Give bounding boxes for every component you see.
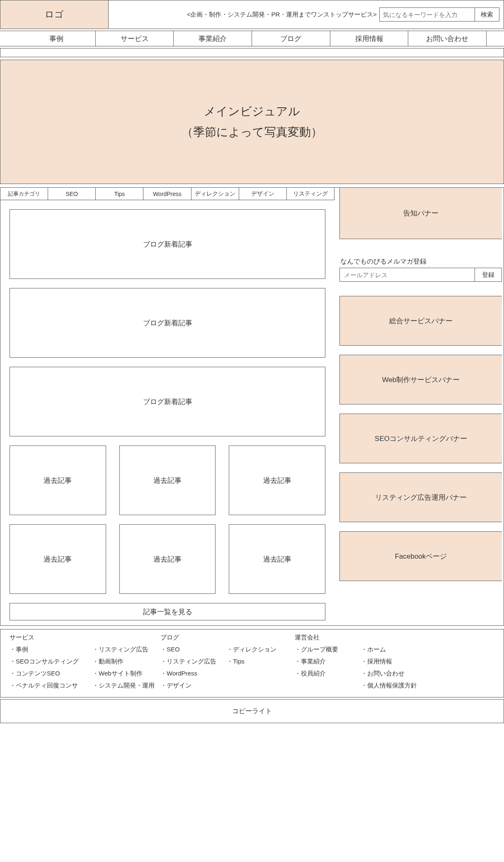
- footer-link[interactable]: ・採用情報: [361, 658, 427, 666]
- global-nav: 事例 サービス 事業紹介 ブログ 採用情報 お問い合わせ: [0, 31, 504, 46]
- new-article-3[interactable]: ブログ新着記事: [10, 367, 325, 436]
- category-label: 記事カテゴリ: [0, 188, 48, 200]
- logo[interactable]: ロゴ: [0, 0, 109, 29]
- mv-line1: メインビジュアル: [204, 101, 300, 122]
- gnav-item-case[interactable]: 事例: [17, 31, 96, 46]
- footer-link[interactable]: ・事業紹介: [295, 658, 361, 666]
- cat-tab-tips[interactable]: Tips: [96, 188, 143, 200]
- copyright: コピーライト: [0, 699, 504, 723]
- past-article-3[interactable]: 過去記事: [229, 446, 325, 515]
- footer-link[interactable]: ・リスティング広告: [92, 646, 159, 654]
- footer-link[interactable]: ・Webサイト制作: [92, 670, 159, 678]
- footer-link[interactable]: ・ディレクション: [227, 646, 293, 654]
- footer-link[interactable]: ・SEO: [160, 646, 227, 654]
- footer-link[interactable]: ・リスティング広告: [160, 658, 227, 666]
- footer-link[interactable]: ・事例: [10, 646, 92, 654]
- footer-link[interactable]: ・お問い合わせ: [361, 670, 427, 678]
- footer-link[interactable]: ・動画制作: [92, 658, 159, 666]
- cat-tab-wordpress[interactable]: WordPress: [143, 188, 191, 200]
- notice-banner[interactable]: 告知バナー: [339, 188, 502, 239]
- gnav-item-contact[interactable]: お問い合わせ: [408, 31, 487, 46]
- gnav-item-business[interactable]: 事業紹介: [174, 31, 252, 46]
- past-article-5[interactable]: 過去記事: [119, 524, 216, 594]
- gnav-item-service[interactable]: サービス: [96, 31, 174, 46]
- new-article-2[interactable]: ブログ新着記事: [10, 288, 325, 358]
- gnav-spacer-right: [487, 31, 504, 46]
- search-input[interactable]: [379, 7, 475, 22]
- cat-tab-direction[interactable]: ディレクション: [191, 188, 239, 200]
- col-left: 記事カテゴリ SEO Tips WordPress ディレクション デザイン リ…: [0, 188, 334, 625]
- cat-tab-listing[interactable]: リスティング: [287, 188, 334, 200]
- category-tabs: 記事カテゴリ SEO Tips WordPress ディレクション デザイン リ…: [0, 188, 334, 200]
- header-right: <企画・制作・システム開発・PR・運用までワンストップサービス> 検索: [109, 0, 504, 29]
- footer-group-service: サービス ・事例 ・SEOコンサルティング ・コンテンツSEO ・ペナルティ回復…: [10, 634, 159, 690]
- footer-link[interactable]: ・WordPress: [160, 670, 227, 678]
- footer-link[interactable]: ・ペナルティ回復コンサ: [10, 682, 92, 690]
- gnav-item-recruit[interactable]: 採用情報: [330, 31, 409, 46]
- footer-group-company: 運営会社 ・グループ概要 ・事業紹介 ・役員紹介 ・ホーム ・採用情報 ・お問い…: [295, 634, 427, 690]
- main-visual: メインビジュアル （季節によって写真変動）: [0, 60, 504, 184]
- banner-service-all[interactable]: 総合サービスバナー: [339, 296, 502, 346]
- footer-link[interactable]: ・グループ概要: [295, 646, 361, 654]
- logo-text: ロゴ: [45, 8, 64, 21]
- cat-tab-design[interactable]: デザイン: [239, 188, 287, 200]
- mail-input[interactable]: [339, 268, 475, 282]
- tagline: <企画・制作・システム開発・PR・運用までワンストップサービス>: [187, 11, 377, 19]
- mail-register-button[interactable]: 登録: [475, 268, 502, 282]
- banner-facebook[interactable]: Facebookページ: [339, 531, 502, 581]
- past-article-2[interactable]: 過去記事: [119, 446, 216, 515]
- footer-link[interactable]: ・デザイン: [160, 682, 227, 690]
- past-article-4[interactable]: 過去記事: [10, 524, 106, 594]
- col-right: 告知バナー なんでものびるメルマガ登録 登録 総合サービスバナー Web制作サー…: [339, 188, 504, 625]
- footer-heading-service: サービス: [10, 634, 159, 642]
- new-article-1[interactable]: ブログ新着記事: [10, 209, 325, 279]
- footer-links: サービス ・事例 ・SEOコンサルティング ・コンテンツSEO ・ペナルティ回復…: [0, 629, 504, 697]
- footer-heading-blog: ブログ: [160, 634, 293, 642]
- past-article-6[interactable]: 過去記事: [229, 524, 325, 594]
- gnav-spacer-left: [0, 31, 17, 46]
- gnav-item-blog[interactable]: ブログ: [252, 31, 330, 46]
- search-button[interactable]: 検索: [475, 7, 499, 22]
- cat-tab-seo[interactable]: SEO: [48, 188, 96, 200]
- footer-heading-company: 運営会社: [295, 634, 427, 642]
- mail-heading: なんでものびるメルマガ登録: [339, 257, 502, 266]
- footer-link[interactable]: ・コンテンツSEO: [10, 670, 92, 678]
- banner-seo[interactable]: SEOコンサルティングバナー: [339, 414, 502, 463]
- mv-line2: （季節によって写真変動）: [182, 122, 322, 143]
- footer-link[interactable]: ・システム開発・運用: [92, 682, 159, 690]
- footer-link[interactable]: ・ホーム: [361, 646, 427, 654]
- footer-link[interactable]: ・個人情報保護方針: [361, 682, 427, 690]
- sub-bar: [0, 48, 504, 57]
- search-box: 検索: [379, 7, 499, 22]
- footer-group-blog: ブログ ・SEO ・リスティング広告 ・WordPress ・デザイン ・ディレ…: [160, 634, 293, 690]
- footer-link[interactable]: ・Tips: [227, 658, 293, 666]
- footer-link[interactable]: ・役員紹介: [295, 670, 361, 678]
- more-articles-button[interactable]: 記事一覧を見る: [10, 603, 325, 620]
- banner-listing[interactable]: リスティング広告運用バナー: [339, 472, 502, 522]
- past-article-1[interactable]: 過去記事: [10, 446, 106, 515]
- content-wrap: 記事カテゴリ SEO Tips WordPress ディレクション デザイン リ…: [0, 187, 504, 626]
- banner-web[interactable]: Web制作サービスバナー: [339, 355, 502, 404]
- footer-link[interactable]: ・SEOコンサルティング: [10, 658, 92, 666]
- mail-row: 登録: [339, 268, 502, 282]
